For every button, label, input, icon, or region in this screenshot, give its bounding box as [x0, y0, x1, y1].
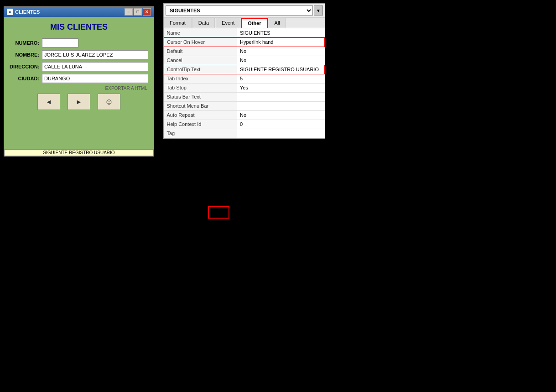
prop-name-value: SIGUIENTES [237, 28, 325, 37]
prop-autorepeat-label: Auto Repeat [164, 110, 237, 120]
direccion-row: DIRECCION: [10, 62, 148, 71]
minimize-button[interactable]: − [125, 8, 133, 16]
ciudad-row: CIUDAD: [10, 74, 148, 83]
tab-other[interactable]: Other [241, 18, 267, 28]
ciudad-label: CIUDAD: [10, 76, 39, 81]
property-tabs: Format Data Event Other All [164, 18, 325, 28]
prop-tabstop-row: Tab Stop Yes [164, 83, 325, 92]
prop-tag-value [237, 129, 325, 138]
clientes-window: ■ CLIENTES − □ ✕ MIS CLIENTES NUMERO: NO… [4, 6, 154, 157]
next-button[interactable]: ► [68, 94, 90, 110]
prop-cursor-row: Cursor On Hover Hyperlink hand [164, 37, 325, 47]
dropdown-arrow[interactable]: ▼ [314, 5, 323, 16]
numero-label: NUMERO: [10, 40, 39, 46]
prop-statusbar-label: Status Bar Text [164, 92, 237, 101]
close-button[interactable]: ✕ [143, 8, 151, 16]
nombre-row: NOMBRE: [10, 50, 148, 59]
nav-buttons: ◄ ► ☺ [10, 94, 148, 110]
nombre-label: NOMBRE: [10, 52, 39, 57]
prop-default-row: Default No [164, 47, 325, 56]
prop-autorepeat-row: Auto Repeat No [164, 110, 325, 120]
maximize-button[interactable]: □ [134, 8, 142, 16]
tab-event[interactable]: Event [216, 18, 240, 28]
prop-tabindex-label: Tab Index [164, 74, 237, 83]
property-panel: SIGUIENTES ▼ Format Data Event Other All… [163, 3, 325, 139]
prop-cancel-value: No [237, 56, 325, 65]
smiley-button[interactable]: ☺ [98, 94, 120, 110]
prop-helpcontext-value: 0 [237, 120, 325, 129]
window-title: CLIENTES [15, 9, 40, 15]
prop-shortcut-row: Shortcut Menu Bar [164, 101, 325, 110]
prop-shortcut-value [237, 101, 325, 110]
nombre-input[interactable] [42, 50, 148, 59]
prop-tabindex-value: 5 [237, 74, 325, 83]
prop-controltip-value: SIGUIENTE REGISTRO USUARIO [237, 65, 325, 74]
prop-default-value: No [237, 47, 325, 56]
dropdown-row: SIGUIENTES ▼ [164, 4, 325, 18]
prop-tabstop-label: Tab Stop [164, 83, 237, 92]
red-selection-box [208, 206, 229, 219]
prop-name-row: Name SIGUIENTES [164, 28, 325, 37]
prop-cancel-label: Cancel [164, 56, 237, 65]
prop-tabstop-value: Yes [237, 83, 325, 92]
export-label: EXPORTAR A HTML [105, 86, 147, 91]
prop-helpcontext-row: Help Context Id 0 [164, 120, 325, 129]
app-icon: ■ [7, 9, 13, 15]
tab-all[interactable]: All [269, 18, 286, 28]
prop-name-label: Name [164, 28, 237, 37]
prop-statusbar-value [237, 92, 325, 101]
prev-button[interactable]: ◄ [37, 94, 60, 110]
properties-table: Name SIGUIENTES Cursor On Hover Hyperlin… [164, 28, 325, 138]
clientes-heading: MIS CLIENTES [10, 22, 148, 32]
ciudad-input[interactable] [42, 74, 148, 83]
prop-cursor-label: Cursor On Hover [164, 37, 237, 47]
numero-input[interactable] [42, 38, 78, 47]
prop-controltip-label: ControlTip Text [164, 65, 237, 74]
prop-statusbar-row: Status Bar Text [164, 92, 325, 101]
prop-shortcut-label: Shortcut Menu Bar [164, 101, 237, 110]
prop-cursor-value: Hyperlink hand [237, 37, 325, 47]
titlebar: ■ CLIENTES − □ ✕ [4, 7, 154, 17]
prop-cancel-row: Cancel No [164, 56, 325, 65]
clientes-body: MIS CLIENTES NUMERO: NOMBRE: DIRECCION: … [4, 17, 154, 149]
export-row: EXPORTAR A HTML [10, 86, 148, 91]
numero-row: NUMERO: [10, 38, 148, 47]
tab-data[interactable]: Data [192, 18, 215, 28]
tooltip-text: SIGUIENTE REGISTRO USUARIO [43, 150, 114, 155]
prop-tag-label: Tag [164, 129, 237, 138]
direccion-label: DIRECCION: [10, 64, 39, 69]
prop-tag-row: Tag [164, 129, 325, 138]
prop-controltip-row: ControlTip Text SIGUIENTE REGISTRO USUAR… [164, 65, 325, 74]
window-controls: − □ ✕ [125, 8, 151, 16]
direccion-input[interactable] [42, 62, 148, 71]
tab-format[interactable]: Format [164, 18, 192, 28]
prop-tabindex-row: Tab Index 5 [164, 74, 325, 83]
prop-default-label: Default [164, 47, 237, 56]
component-dropdown[interactable]: SIGUIENTES [166, 5, 313, 16]
prop-autorepeat-value: No [237, 110, 325, 120]
prop-helpcontext-label: Help Context Id [164, 120, 237, 129]
tooltip-bar: SIGUIENTE REGISTRO USUARIO [4, 149, 154, 156]
